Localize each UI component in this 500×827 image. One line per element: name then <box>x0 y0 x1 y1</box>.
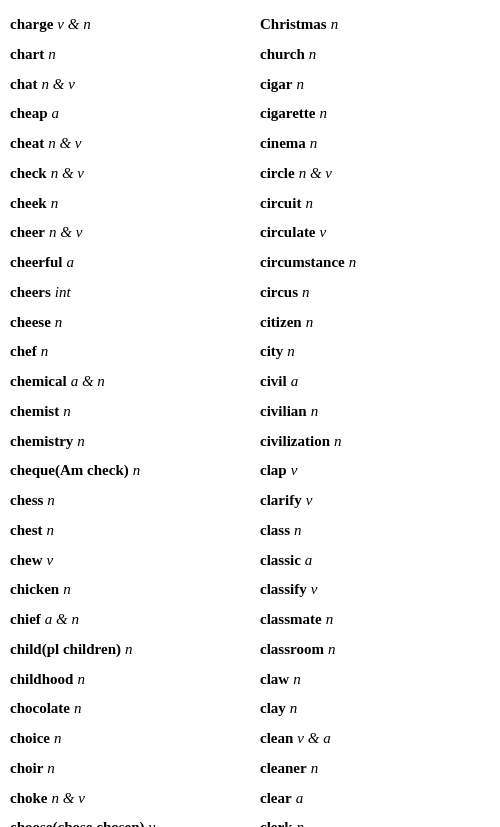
word-label: childhood <box>10 669 73 691</box>
word-label: cleaner <box>260 758 307 780</box>
pos-label: n <box>309 44 317 66</box>
pos-label: int <box>55 282 71 304</box>
list-item: cityn <box>260 337 490 367</box>
pos-label: n <box>63 579 71 601</box>
pos-label: n & v <box>42 74 75 96</box>
word-label: clean <box>260 728 293 750</box>
word-label: clay <box>260 698 286 720</box>
pos-label: n <box>54 728 62 750</box>
list-item: chiefa & n <box>10 605 240 635</box>
list-item: cheersint <box>10 278 240 308</box>
pos-label: v & n <box>57 14 90 36</box>
dictionary-columns: chargev & nchartnchatn & vcheapacheatn &… <box>0 10 500 827</box>
pos-label: n & v <box>51 163 84 185</box>
list-item: chocolaten <box>10 694 240 724</box>
word-label: cheer <box>10 222 45 244</box>
right-column: Christmasnchurchncigarncigarettencineman… <box>250 10 500 827</box>
pos-label: n & v <box>52 788 85 810</box>
word-label: choir <box>10 758 43 780</box>
pos-label: n <box>290 698 298 720</box>
pos-label: n <box>77 431 85 453</box>
list-item: cheerfula <box>10 248 240 278</box>
list-item: clarifyv <box>260 486 490 516</box>
word-label: civilian <box>260 401 307 423</box>
list-item: choirn <box>10 754 240 784</box>
word-label: class <box>260 520 290 542</box>
list-item: cheern & v <box>10 218 240 248</box>
pos-label: n <box>294 520 302 542</box>
pos-label: n <box>328 639 336 661</box>
word-label: circuit <box>260 193 301 215</box>
word-label: clap <box>260 460 287 482</box>
pos-label: n <box>326 609 334 631</box>
word-label: cheers <box>10 282 51 304</box>
list-item: classmaten <box>260 605 490 635</box>
pos-label: n <box>334 431 342 453</box>
list-item: classroomn <box>260 635 490 665</box>
word-label: chew <box>10 550 43 572</box>
pos-label: n <box>41 341 49 363</box>
list-item: cheatn & v <box>10 129 240 159</box>
word-label: civilization <box>260 431 330 453</box>
word-label: civil <box>260 371 287 393</box>
word-label: classmate <box>260 609 322 631</box>
pos-label: n <box>310 133 318 155</box>
list-item: choken & v <box>10 784 240 814</box>
pos-label: n & v <box>299 163 332 185</box>
pos-label: n <box>296 817 304 827</box>
pos-label: a <box>296 788 304 810</box>
list-item: childhoodn <box>10 665 240 695</box>
list-item: chartn <box>10 40 240 70</box>
word-label: circus <box>260 282 298 304</box>
word-label: cheap <box>10 103 48 125</box>
list-item: clerkn <box>260 813 490 827</box>
word-label: cigar <box>260 74 292 96</box>
pos-label: n <box>125 639 133 661</box>
pos-label: n <box>305 193 313 215</box>
word-label: cinema <box>260 133 306 155</box>
word-label: circle <box>260 163 295 185</box>
pos-label: n <box>48 44 56 66</box>
list-item: circuitn <box>260 189 490 219</box>
list-item: chessn <box>10 486 240 516</box>
word-label: chocolate <box>10 698 70 720</box>
pos-label: n <box>133 460 141 482</box>
word-label: chat <box>10 74 38 96</box>
list-item: chemistn <box>10 397 240 427</box>
pos-label: a & n <box>45 609 79 631</box>
pos-label: a <box>66 252 74 274</box>
word-label: circulate <box>260 222 316 244</box>
word-label: clerk <box>260 817 292 827</box>
word-label: circumstance <box>260 252 345 274</box>
left-column: chargev & nchartnchatn & vcheapacheatn &… <box>0 10 250 827</box>
list-item: clayn <box>260 694 490 724</box>
list-item: chatn & v <box>10 70 240 100</box>
pos-label: n <box>51 193 59 215</box>
list-item: citizenn <box>260 308 490 338</box>
list-item: chickenn <box>10 575 240 605</box>
pos-label: a & n <box>71 371 105 393</box>
list-item: cheque(Am check)n <box>10 456 240 486</box>
word-label: Christmas <box>260 14 327 36</box>
pos-label: n <box>320 103 328 125</box>
word-label: charge <box>10 14 53 36</box>
pos-label: n <box>296 74 304 96</box>
word-label: claw <box>260 669 289 691</box>
pos-label: n <box>306 312 314 334</box>
list-item: cleanern <box>260 754 490 784</box>
list-item: choose(chose,chosen)v <box>10 813 240 827</box>
word-label: choose(chose,chosen) <box>10 817 145 827</box>
list-item: circumstancen <box>260 248 490 278</box>
word-label: city <box>260 341 283 363</box>
word-label: cheese <box>10 312 51 334</box>
list-item: civilizationn <box>260 427 490 457</box>
word-label: child(pl children) <box>10 639 121 661</box>
pos-label: v <box>149 817 156 827</box>
pos-label: n <box>47 490 55 512</box>
list-item: Christmasn <box>260 10 490 40</box>
list-item: clawn <box>260 665 490 695</box>
list-item: circulatev <box>260 218 490 248</box>
pos-label: a <box>291 371 299 393</box>
word-label: cheek <box>10 193 47 215</box>
word-label: chest <box>10 520 43 542</box>
